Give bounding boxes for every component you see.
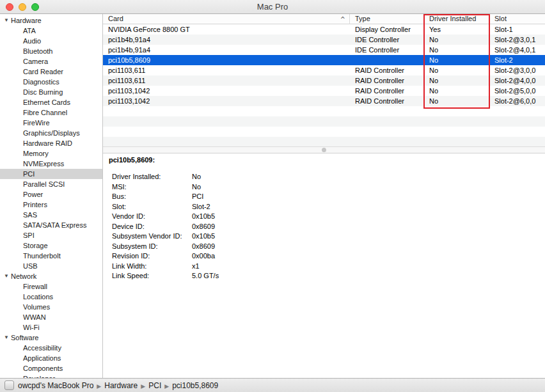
splitter-handle-icon	[322, 148, 326, 152]
table-filler-row	[103, 106, 545, 116]
detail-field-subsystem-vendor-id: Subsystem Vendor ID:0x10b5	[112, 231, 545, 242]
sidebar-item-sata-sata-express[interactable]: SATA/SATA Express	[0, 220, 102, 230]
sort-ascending-icon: ^	[340, 15, 345, 24]
breadcrumb-item-owcpd-s-macbook-pro[interactable]: owcpd's MacBook Pro	[18, 381, 93, 390]
cell-driver: No	[424, 86, 489, 96]
table-row-pci1b4b-91a4[interactable]: pci1b4b,91a4IDE ControllerNoSlot-2@4,0,1	[103, 45, 545, 55]
cell-driver: Yes	[424, 24, 489, 35]
cell-card: NVIDIA GeForce 8800 GT	[103, 24, 350, 35]
table-row-pci1103-611[interactable]: pci1103,611RAID ControllerNoSlot-2@4,0,0	[103, 75, 545, 86]
sidebar-item-spi[interactable]: SPI	[0, 230, 102, 240]
sidebar-item-applications[interactable]: Applications	[0, 353, 102, 363]
sidebar-item-memory[interactable]: Memory	[0, 148, 102, 159]
sidebar-item-camera[interactable]: Camera	[0, 56, 102, 67]
cell-type: RAID Controller	[350, 65, 424, 75]
table-body: NVIDIA GeForce 8800 GTDisplay Controller…	[103, 24, 545, 146]
sidebar-item-usb[interactable]: USB	[0, 261, 102, 271]
cell-card: pci1103,611	[103, 75, 350, 86]
title-bar[interactable]: Mac Pro	[0, 0, 545, 14]
sidebar-item-ata[interactable]: ATA	[0, 26, 102, 36]
cell-slot: Slot-2@3,0,1	[489, 35, 545, 45]
column-header-slot[interactable]: Slot	[489, 14, 545, 24]
sidebar-item-sas[interactable]: SAS	[0, 210, 102, 220]
disclosure-triangle-icon[interactable]: ▼	[4, 271, 11, 281]
sidebar-group-hardware[interactable]: ▼Hardware	[0, 15, 102, 26]
sidebar-group-network[interactable]: ▼Network	[0, 271, 102, 281]
disclosure-triangle-icon[interactable]: ▼	[4, 333, 11, 343]
table-row-pci1b4b-91a4[interactable]: pci1b4b,91a4IDE ControllerNoSlot-2@3,0,1	[103, 35, 545, 45]
table-row-nvidia-geforce-8800-gt[interactable]: NVIDIA GeForce 8800 GTDisplay Controller…	[103, 24, 545, 35]
field-value: x1	[192, 262, 545, 272]
sidebar-item-card-reader[interactable]: Card Reader	[0, 67, 102, 77]
cell-driver: No	[424, 55, 489, 65]
field-label: Device ID:	[112, 222, 192, 232]
sidebar-item-graphics-displays[interactable]: Graphics/Displays	[0, 128, 102, 138]
sidebar-item-storage[interactable]: Storage	[0, 240, 102, 251]
sidebar-item-printers[interactable]: Printers	[0, 200, 102, 210]
sidebar-item-nvmexpress[interactable]: NVMExpress	[0, 159, 102, 169]
cell-slot: Slot-2	[489, 55, 545, 65]
sidebar-item-power[interactable]: Power	[0, 189, 102, 200]
sidebar-item-ethernet-cards[interactable]: Ethernet Cards	[0, 97, 102, 107]
pci-device-table: Card^TypeDriver InstalledSlot NVIDIA GeF…	[103, 14, 545, 146]
sidebar-group-software[interactable]: ▼Software	[0, 333, 102, 343]
sidebar-item-wwan[interactable]: WWAN	[0, 312, 102, 322]
table-header-row: Card^TypeDriver InstalledSlot	[103, 14, 545, 24]
sidebar-item-firewire[interactable]: FireWire	[0, 118, 102, 128]
table-row-pci1103-611[interactable]: pci1103,611RAID ControllerNoSlot-2@3,0,0	[103, 65, 545, 75]
sidebar-item-parallel-scsi[interactable]: Parallel SCSI	[0, 179, 102, 189]
field-label: Slot:	[112, 202, 192, 212]
crumb-separator-icon: ▶	[138, 383, 148, 389]
field-label: MSI:	[112, 182, 192, 192]
sidebar-item-wi-fi[interactable]: Wi-Fi	[0, 322, 102, 333]
sidebar-item-locations[interactable]: Locations	[0, 292, 102, 302]
detail-field-link-speed: Link Speed:5.0 GT/s	[112, 271, 545, 281]
sidebar-item-hardware-raid[interactable]: Hardware RAID	[0, 138, 102, 148]
breadcrumb-item-hardware[interactable]: Hardware	[104, 381, 138, 390]
sidebar-item-audio[interactable]: Audio	[0, 36, 102, 46]
cell-type: RAID Controller	[350, 75, 424, 86]
main-content: Card^TypeDriver InstalledSlot NVIDIA GeF…	[103, 14, 545, 378]
computer-icon	[4, 380, 14, 390]
table-row-pci10b5-8609[interactable]: pci10b5,8609NoSlot-2	[103, 55, 545, 65]
table-row-pci1103-1042[interactable]: pci1103,1042RAID ControllerNoSlot-2@6,0,…	[103, 96, 545, 106]
sidebar-item-volumes[interactable]: Volumes	[0, 302, 102, 312]
field-value: 0x10b5	[192, 212, 545, 222]
sidebar-item-diagnostics[interactable]: Diagnostics	[0, 77, 102, 87]
breadcrumb-item-pci[interactable]: PCI	[148, 381, 161, 390]
sidebar-item-components[interactable]: Components	[0, 363, 102, 373]
detail-field-driver-installed: Driver Installed:No	[112, 172, 545, 182]
system-information-window: Mac Pro ▼HardwareATAAudioBluetoothCamera…	[0, 0, 545, 392]
cell-card: pci1103,1042	[103, 96, 350, 106]
cell-slot: Slot-2@5,0,0	[489, 86, 545, 96]
column-header-type[interactable]: Type	[350, 14, 424, 24]
column-header-driver-installed[interactable]: Driver Installed	[424, 14, 489, 24]
sidebar-item-developer[interactable]: Developer	[0, 373, 102, 378]
detail-field-msi: MSI:No	[112, 182, 545, 192]
sidebar-item-pci[interactable]: PCI	[0, 169, 102, 179]
field-value: 0x10b5	[192, 231, 545, 242]
sidebar-item-disc-burning[interactable]: Disc Burning	[0, 87, 102, 97]
disclosure-triangle-icon[interactable]: ▼	[4, 15, 11, 26]
cell-driver: No	[424, 35, 489, 45]
sidebar-item-firewall[interactable]: Firewall	[0, 281, 102, 292]
pane-splitter[interactable]	[103, 146, 545, 153]
crumb-separator-icon: ▶	[93, 383, 104, 389]
cell-type: RAID Controller	[350, 86, 424, 96]
column-header-card[interactable]: Card^	[103, 14, 350, 24]
table-filler-row	[103, 127, 545, 137]
breadcrumb-item-pci10b5-8609[interactable]: pci10b5,8609	[172, 381, 218, 390]
field-value: No	[192, 172, 545, 182]
window-body: ▼HardwareATAAudioBluetoothCameraCard Rea…	[0, 14, 545, 378]
table-filler-row	[103, 137, 545, 146]
detail-field-link-width: Link Width:x1	[112, 262, 545, 272]
sidebar-item-bluetooth[interactable]: Bluetooth	[0, 46, 102, 56]
field-label: Link Width:	[112, 262, 192, 272]
table-row-pci1103-1042[interactable]: pci1103,1042RAID ControllerNoSlot-2@5,0,…	[103, 86, 545, 96]
sidebar-item-accessibility[interactable]: Accessibility	[0, 343, 102, 353]
cell-slot: Slot-2@6,0,0	[489, 96, 545, 106]
sidebar-item-fibre-channel[interactable]: Fibre Channel	[0, 107, 102, 118]
cell-driver: No	[424, 75, 489, 86]
sidebar-item-thunderbolt[interactable]: Thunderbolt	[0, 251, 102, 261]
cell-type: IDE Controller	[350, 45, 424, 55]
